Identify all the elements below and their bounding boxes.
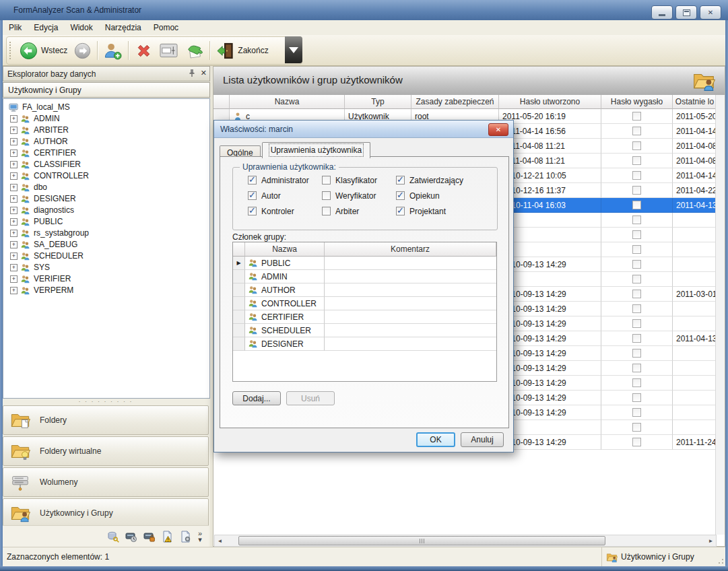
checkbox[interactable] bbox=[632, 156, 641, 165]
member-row[interactable]: CONTROLLER bbox=[233, 297, 496, 310]
checkbox[interactable] bbox=[632, 275, 641, 283]
permission-autor[interactable]: ✓Autor bbox=[248, 191, 322, 200]
vertical-scrollbar[interactable] bbox=[715, 95, 725, 535]
dialog-titlebar[interactable]: Właściwości: marcin bbox=[214, 121, 513, 138]
tree-item-CONTROLLER[interactable]: +CONTROLLER bbox=[3, 170, 209, 181]
expand-icon[interactable]: + bbox=[10, 161, 18, 168]
assign-button[interactable] bbox=[181, 40, 207, 62]
checkbox[interactable] bbox=[632, 171, 641, 180]
checkbox[interactable] bbox=[322, 176, 331, 184]
expand-icon[interactable]: + bbox=[10, 138, 18, 145]
member-row[interactable]: AUTHOR bbox=[233, 283, 496, 297]
permission-projektant[interactable]: ✓Projektant bbox=[396, 207, 484, 215]
checkbox[interactable]: ✓ bbox=[248, 207, 257, 215]
checkbox[interactable] bbox=[632, 245, 641, 254]
checkbox[interactable] bbox=[632, 201, 641, 209]
nav-button-2[interactable]: Wolumeny bbox=[3, 467, 209, 497]
tree-item-SYS[interactable]: +SYS bbox=[3, 262, 209, 273]
forward-button[interactable] bbox=[71, 40, 94, 61]
scroll-right-icon[interactable]: ► bbox=[706, 536, 716, 545]
expand-icon[interactable]: + bbox=[10, 195, 18, 203]
checkbox[interactable] bbox=[632, 127, 641, 135]
exit-button[interactable]: Zakończ bbox=[213, 40, 271, 62]
checkbox[interactable] bbox=[632, 438, 641, 446]
checkbox[interactable] bbox=[632, 304, 641, 313]
column-header-hasło-wygasło[interactable]: Hasło wygasło bbox=[601, 95, 673, 109]
tool-document-gear-icon[interactable] bbox=[180, 531, 192, 543]
checkbox[interactable] bbox=[632, 260, 641, 269]
checkbox[interactable] bbox=[632, 334, 641, 343]
horizontal-scrollbar[interactable]: ◄ ► bbox=[214, 535, 717, 547]
dialog-close-button[interactable]: ✕ bbox=[488, 123, 508, 136]
rename-button[interactable] bbox=[156, 41, 181, 60]
tree-item-AUTHOR[interactable]: +AUTHOR bbox=[3, 136, 209, 147]
tree-item-rs_systabgroup[interactable]: +rs_systabgroup bbox=[3, 228, 209, 238]
expand-icon[interactable]: + bbox=[10, 172, 18, 180]
permission-klasyfikator[interactable]: Klasyfikator bbox=[322, 176, 396, 184]
column-header-typ[interactable]: Typ bbox=[345, 95, 411, 109]
checkbox[interactable] bbox=[632, 408, 641, 417]
window-titlebar[interactable]: FormAnalyzer Scan & Administrator ✕ bbox=[0, 0, 728, 21]
scrollbar-thumb[interactable] bbox=[238, 536, 605, 545]
checkbox[interactable] bbox=[632, 319, 641, 328]
add-button[interactable]: Dodaj... bbox=[232, 391, 281, 405]
tool-document-warning-icon[interactable] bbox=[162, 531, 174, 543]
tool-scanner-clock-icon[interactable] bbox=[125, 531, 137, 543]
tree-item-PUBLIC[interactable]: +PUBLIC bbox=[3, 216, 209, 227]
permission-arbiter[interactable]: Arbiter bbox=[322, 207, 396, 215]
tree-item-SA_DEBUG[interactable]: +SA_DEBUG bbox=[3, 239, 209, 250]
checkbox[interactable] bbox=[632, 423, 641, 432]
checkbox[interactable] bbox=[632, 186, 641, 195]
tree-item-VERIFIER[interactable]: +VERIFIER bbox=[3, 273, 209, 284]
expand-icon[interactable]: + bbox=[10, 253, 18, 260]
member-row[interactable]: ADMIN bbox=[233, 270, 496, 283]
expand-icon[interactable]: + bbox=[10, 115, 18, 123]
permission-opiekun[interactable]: ✓Opiekun bbox=[396, 191, 484, 200]
tree-item-dbo[interactable]: +dbo bbox=[3, 182, 209, 193]
expand-icon[interactable]: + bbox=[10, 275, 18, 283]
remove-button[interactable]: Usuń bbox=[286, 391, 335, 405]
tree-item-ADMIN[interactable]: +ADMIN bbox=[3, 113, 209, 124]
nav-button-1[interactable]: Foldery wirtualne bbox=[3, 436, 209, 466]
checkbox[interactable] bbox=[632, 393, 641, 402]
checkbox[interactable] bbox=[632, 378, 641, 387]
checkbox[interactable] bbox=[632, 112, 641, 121]
menu-item-edycja[interactable]: Edycja bbox=[28, 21, 64, 34]
tree-item-VERPERM[interactable]: +VERPERM bbox=[3, 285, 209, 296]
member-row[interactable]: CERTIFIER bbox=[233, 310, 496, 324]
expand-icon[interactable]: + bbox=[10, 218, 18, 226]
checkbox[interactable]: ✓ bbox=[248, 191, 257, 200]
tool-database-key-icon[interactable] bbox=[107, 531, 119, 543]
checkbox[interactable] bbox=[632, 349, 641, 358]
column-header-ostatnie-lo[interactable]: Ostatnie lo bbox=[673, 95, 717, 109]
more-buttons-chevron[interactable]: » ▾ bbox=[198, 531, 202, 543]
tree-item-CERTIFIER[interactable]: +CERTIFIER bbox=[3, 147, 209, 158]
pin-icon[interactable] bbox=[189, 69, 195, 77]
checkbox[interactable] bbox=[632, 230, 641, 239]
permission-weryfikator[interactable]: Weryfikator bbox=[322, 191, 396, 200]
member-column-header-komentarz[interactable]: Komentarz bbox=[325, 242, 496, 257]
tab-uprawnienia-użytkownika[interactable]: Uprawnienia użytkownika bbox=[262, 142, 370, 158]
tree-item-DESIGNER[interactable]: +DESIGNER bbox=[3, 193, 209, 204]
menu-item-narzędzia[interactable]: Narzędzia bbox=[99, 21, 147, 34]
delete-button[interactable] bbox=[131, 40, 156, 62]
tree-item-CLASSIFIER[interactable]: +CLASSIFIER bbox=[3, 159, 209, 170]
menu-item-pomoc[interactable]: Pomoc bbox=[147, 21, 185, 34]
member-column-header-nazwa[interactable]: Nazwa bbox=[245, 242, 325, 257]
permission-zatwierdzający[interactable]: ✓Zatwierdzający bbox=[396, 176, 484, 184]
checkbox[interactable] bbox=[632, 215, 641, 224]
add-user-button[interactable] bbox=[100, 40, 125, 62]
nav-button-3[interactable]: Użytkownicy i Grupy bbox=[3, 498, 209, 528]
checkbox[interactable] bbox=[322, 207, 331, 215]
tree-item-diagnostics[interactable]: +diagnostics bbox=[3, 205, 209, 215]
column-header-nazwa[interactable]: Nazwa bbox=[230, 95, 345, 109]
expand-icon[interactable]: + bbox=[10, 184, 18, 191]
cancel-button[interactable]: Anuluj bbox=[461, 432, 504, 447]
menu-item-plik[interactable]: Plik bbox=[3, 21, 28, 34]
nav-button-0[interactable]: Foldery bbox=[3, 405, 209, 435]
checkbox[interactable]: ✓ bbox=[396, 191, 405, 200]
member-row[interactable]: SCHEDULER bbox=[233, 324, 496, 337]
back-button[interactable]: Wstecz bbox=[16, 40, 71, 62]
close-button[interactable]: ✕ bbox=[700, 5, 721, 20]
tool-scanner-lock-icon[interactable] bbox=[143, 531, 156, 543]
